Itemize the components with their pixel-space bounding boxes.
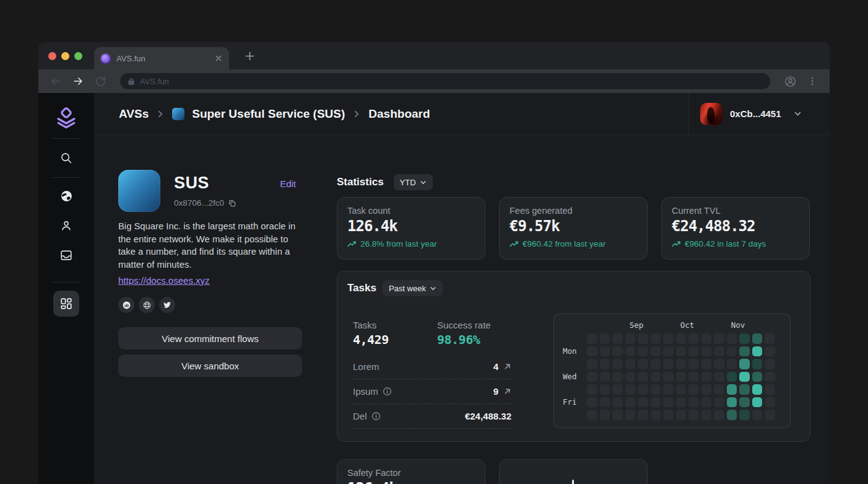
heatmap-cell[interactable]: [587, 410, 597, 420]
browser-menu-icon[interactable]: [804, 73, 821, 90]
heatmap-cell[interactable]: [638, 346, 648, 357]
heatmap-cell[interactable]: [765, 410, 775, 420]
info-icon[interactable]: [383, 387, 392, 396]
heatmap-cell[interactable]: [765, 384, 775, 395]
heatmap-cell[interactable]: [587, 397, 597, 408]
back-button[interactable]: [47, 73, 64, 90]
heatmap-cell[interactable]: [612, 359, 623, 369]
heatmap-cell[interactable]: [714, 372, 724, 382]
statistics-period-dropdown[interactable]: YTD: [394, 174, 433, 190]
twitter-link[interactable]: [159, 297, 175, 313]
heatmap-cell[interactable]: [714, 410, 724, 420]
maximize-window-button[interactable]: [74, 52, 82, 60]
heatmap-cell[interactable]: [638, 384, 648, 395]
view-commitment-flows-button[interactable]: View commitment flows: [118, 327, 302, 350]
heatmap-cell[interactable]: [739, 372, 750, 382]
heatmap-cell[interactable]: [600, 346, 610, 357]
external-link-icon[interactable]: [503, 363, 511, 371]
plus-icon[interactable]: [572, 480, 574, 484]
heatmap-cell[interactable]: [663, 359, 674, 369]
tab-close-icon[interactable]: [214, 54, 223, 63]
heatmap-cell[interactable]: [752, 384, 763, 395]
heatmap-cell[interactable]: [701, 384, 712, 395]
heatmap-cell[interactable]: [663, 384, 674, 395]
heatmap-cell[interactable]: [663, 346, 674, 357]
heatmap-cell[interactable]: [587, 372, 597, 382]
heatmap-cell[interactable]: [752, 410, 763, 420]
heatmap-cell[interactable]: [676, 397, 687, 408]
task-row[interactable]: Ipsum 9: [353, 379, 511, 404]
heatmap-cell[interactable]: [676, 372, 687, 382]
view-sandbox-button[interactable]: View sandbox: [118, 354, 302, 377]
heatmap-cell[interactable]: [688, 333, 699, 344]
website-link[interactable]: https://docs.osees.xyz: [118, 275, 210, 286]
heatmap-cell[interactable]: [739, 333, 750, 344]
heatmap-cell[interactable]: [714, 384, 724, 395]
heatmap-cell[interactable]: [600, 359, 610, 369]
heatmap-cell[interactable]: [600, 410, 610, 420]
heatmap-cell[interactable]: [714, 397, 724, 408]
heatmap-cell[interactable]: [739, 384, 750, 395]
heatmap-cell[interactable]: [612, 333, 623, 344]
heatmap-cell[interactable]: [612, 397, 623, 408]
heatmap-cell[interactable]: [600, 384, 610, 395]
heatmap-cell[interactable]: [663, 410, 674, 420]
heatmap-cell[interactable]: [739, 346, 750, 357]
heatmap-cell[interactable]: [612, 372, 623, 382]
heatmap-cell[interactable]: [625, 410, 636, 420]
heatmap-cell[interactable]: [587, 359, 597, 369]
heatmap-cell[interactable]: [739, 397, 750, 408]
heatmap-cell[interactable]: [612, 410, 623, 420]
info-icon[interactable]: [371, 411, 381, 421]
heatmap-cell[interactable]: [600, 372, 610, 382]
heatmap-cell[interactable]: [727, 333, 737, 344]
close-window-button[interactable]: [48, 52, 56, 60]
sidebar-item-dashboard[interactable]: [53, 291, 79, 317]
heatmap-cell[interactable]: [701, 333, 712, 344]
edit-button[interactable]: Edit: [280, 178, 296, 189]
heatmap-cell[interactable]: [701, 346, 712, 357]
heatmap-cell[interactable]: [625, 372, 636, 382]
sidebar-item-search[interactable]: [53, 145, 79, 171]
heatmap-cell[interactable]: [651, 397, 661, 408]
heatmap-cell[interactable]: [739, 359, 750, 369]
sidebar-item-operators[interactable]: [53, 213, 79, 239]
heatmap-cell[interactable]: [587, 346, 597, 357]
heatmap-cell[interactable]: [651, 410, 661, 420]
heatmap-cell[interactable]: [765, 359, 775, 369]
heatmap-cell[interactable]: [651, 346, 661, 357]
heatmap-cell[interactable]: [701, 397, 712, 408]
browser-tab[interactable]: AVS.fun: [94, 47, 229, 69]
heatmap-cell[interactable]: [663, 333, 674, 344]
wallet-menu[interactable]: 0xCb...4451: [688, 93, 830, 134]
heatmap-cell[interactable]: [638, 397, 648, 408]
heatmap-cell[interactable]: [714, 333, 724, 344]
heatmap-cell[interactable]: [752, 372, 763, 382]
heatmap-cell[interactable]: [765, 397, 775, 408]
heatmap-cell[interactable]: [727, 346, 737, 357]
heatmap-cell[interactable]: [612, 384, 623, 395]
heatmap-cell[interactable]: [714, 346, 724, 357]
heatmap-cell[interactable]: [638, 359, 648, 369]
heatmap-cell[interactable]: [688, 384, 699, 395]
breadcrumb-service[interactable]: Super Useful Service (SUS): [192, 107, 345, 121]
heatmap-cell[interactable]: [651, 384, 661, 395]
heatmap-cell[interactable]: [676, 346, 687, 357]
heatmap-cell[interactable]: [714, 359, 724, 369]
heatmap-cell[interactable]: [625, 359, 636, 369]
heatmap-cell[interactable]: [688, 359, 699, 369]
heatmap-cell[interactable]: [638, 410, 648, 420]
task-row[interactable]: Del €24,488.32: [353, 404, 511, 429]
forward-button[interactable]: [69, 73, 87, 90]
app-logo-icon[interactable]: [53, 105, 79, 131]
heatmap-cell[interactable]: [688, 372, 699, 382]
task-row[interactable]: Lorem 4: [353, 354, 511, 379]
heatmap-cell[interactable]: [701, 410, 712, 420]
heatmap-cell[interactable]: [727, 397, 737, 408]
heatmap-cell[interactable]: [739, 410, 750, 420]
heatmap-cell[interactable]: [688, 397, 699, 408]
heatmap-cell[interactable]: [727, 410, 737, 420]
heatmap-cell[interactable]: [727, 359, 737, 369]
heatmap-cell[interactable]: [752, 346, 763, 357]
heatmap-cell[interactable]: [752, 359, 763, 369]
